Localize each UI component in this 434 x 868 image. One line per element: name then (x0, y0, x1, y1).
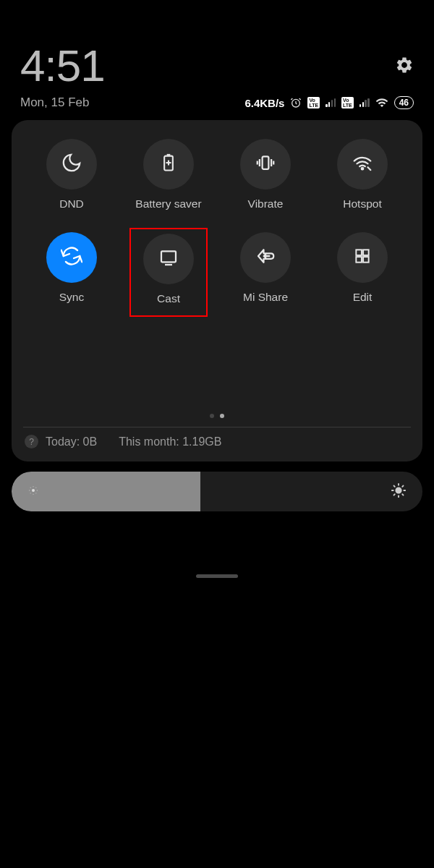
page-dot-active (220, 414, 224, 418)
tile-dnd[interactable]: DND (23, 139, 120, 210)
svg-line-31 (402, 494, 403, 495)
sync-icon (61, 245, 82, 270)
svg-point-26 (35, 487, 36, 488)
svg-rect-15 (363, 250, 369, 255)
home-indicator[interactable] (196, 574, 238, 578)
wifi-icon (375, 96, 388, 109)
svg-rect-16 (356, 257, 362, 263)
svg-line-35 (402, 485, 403, 486)
svg-rect-17 (363, 257, 369, 263)
battery-level: 46 (394, 96, 414, 109)
brightness-slider[interactable] (12, 472, 422, 511)
grid-icon (353, 247, 372, 268)
settings-icon[interactable] (395, 56, 414, 77)
mi-share-icon (255, 245, 276, 270)
svg-point-21 (29, 490, 30, 490)
signal-sim2-icon (359, 98, 370, 107)
tile-cast[interactable]: Cast (120, 232, 217, 307)
tile-label: Vibrate (248, 197, 284, 210)
tile-battery-saver[interactable]: Battery saver (120, 139, 217, 210)
tile-edit[interactable]: Edit (314, 232, 411, 307)
network-speed: 6.4KB/s (244, 97, 284, 109)
svg-point-19 (33, 486, 33, 487)
page-dot (210, 414, 214, 418)
divider (23, 427, 411, 427)
tile-label: Cast (157, 292, 180, 305)
svg-point-23 (30, 487, 31, 488)
brightness-high-icon (391, 482, 407, 501)
usage-month: This month: 1.19GB (119, 435, 221, 448)
sim1-badge: VoLTE (307, 97, 320, 109)
alarm-icon (290, 97, 302, 109)
svg-point-20 (33, 493, 33, 494)
svg-point-24 (35, 493, 36, 493)
svg-rect-14 (356, 250, 362, 255)
svg-line-34 (394, 494, 395, 495)
data-usage-row[interactable]: ? Today: 0B This month: 1.19GB (20, 435, 414, 453)
tile-label: Sync (59, 291, 84, 304)
date-label: Mon, 15 Feb (20, 95, 89, 110)
battery-plus-icon (158, 153, 179, 176)
tile-mi-share[interactable]: Mi Share (217, 232, 314, 307)
quick-settings-panel: DND Battery saver Vibrate (12, 120, 422, 461)
svg-line-11 (368, 167, 371, 170)
svg-rect-12 (161, 251, 176, 262)
svg-point-10 (362, 168, 364, 170)
help-icon: ? (25, 435, 38, 448)
svg-line-30 (394, 485, 395, 486)
tile-sync[interactable]: Sync (23, 232, 120, 307)
svg-point-18 (32, 489, 35, 492)
svg-point-27 (396, 488, 401, 493)
clock-time: 4:51 (20, 40, 105, 91)
svg-point-25 (30, 493, 31, 493)
vibrate-icon (255, 152, 276, 176)
moon-icon (61, 152, 82, 176)
usage-today: Today: 0B (46, 435, 97, 448)
highlight-annotation: Cast (129, 228, 208, 317)
sim2-badge: VoLTE (341, 97, 354, 109)
svg-rect-5 (263, 156, 269, 169)
status-bar: 6.4KB/s VoLTE VoLTE 46 (244, 96, 414, 109)
page-indicator (20, 408, 414, 427)
tile-label: Hotspot (343, 197, 381, 210)
tile-label: Mi Share (243, 291, 288, 304)
brightness-fill (12, 472, 200, 511)
svg-point-22 (37, 490, 38, 490)
tile-label: Edit (353, 291, 373, 304)
hotspot-icon (352, 152, 373, 176)
brightness-low-icon (27, 485, 39, 499)
signal-sim1-icon (326, 98, 336, 107)
tile-label: Battery saver (135, 197, 201, 210)
cast-icon (158, 247, 179, 271)
tile-vibrate[interactable]: Vibrate (217, 139, 314, 210)
tile-label: DND (59, 197, 84, 210)
tile-hotspot[interactable]: Hotspot (314, 139, 411, 210)
